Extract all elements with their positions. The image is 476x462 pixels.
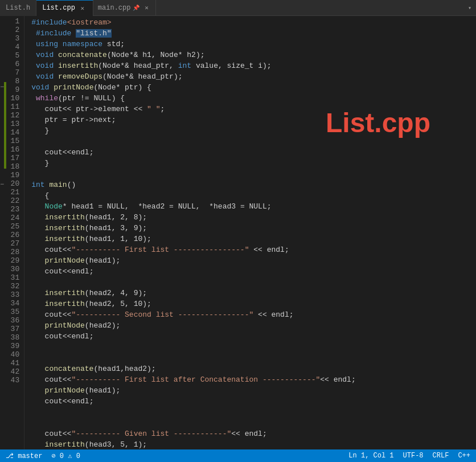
code-line-1[interactable]: #include<iostream>: [31, 17, 476, 28]
tab-main-cpp[interactable]: main.cpp 📌 ✕: [93, 0, 157, 16]
fold-indicator-14: [0, 158, 4, 169]
tab-list-h-label: List.h: [6, 4, 30, 12]
status-bar: ⎇ master ⊘ 0 ⚠ 0 Ln 1, Col 1 UTF-8 CRLF …: [0, 449, 476, 462]
code-line-19[interactable]: insertith(head1, 2, 8);: [31, 212, 476, 223]
line-number-43: 43: [6, 376, 19, 385]
code-line-12[interactable]: [31, 136, 476, 147]
code-line-32[interactable]: [31, 353, 476, 363]
tab-list-cpp[interactable]: List.cpp ✕: [36, 0, 93, 16]
line-number-7: 7: [6, 68, 19, 77]
fold-indicator-38: [0, 418, 4, 428]
fold-indicator-7[interactable]: −: [0, 82, 4, 93]
code-line-18[interactable]: Node* head1 = NULL, *head2 = NULL, *head…: [31, 201, 476, 212]
line-number-17: 17: [6, 154, 19, 162]
line-number-4: 4: [6, 43, 19, 51]
fold-indicator-29: [0, 320, 4, 331]
code-line-14[interactable]: }: [31, 158, 476, 169]
line-ending: CRLF: [433, 452, 449, 460]
code-line-38[interactable]: [31, 418, 476, 428]
fold-indicator-40: [0, 439, 4, 449]
code-line-13[interactable]: cout<<endl;: [31, 147, 476, 158]
code-line-4[interactable]: void concatenate(Node*& h1, Node* h2);: [31, 50, 476, 60]
code-line-25[interactable]: [31, 277, 476, 288]
code-line-10[interactable]: ptr = ptr->next;: [31, 115, 476, 125]
line-number-30: 30: [6, 265, 19, 273]
code-line-2[interactable]: #include "list.h": [31, 28, 476, 39]
code-line-9[interactable]: cout<< ptr->element << " ";: [31, 104, 476, 115]
code-line-27[interactable]: insertith(head2, 5, 10);: [31, 299, 476, 309]
fold-indicator-3: [0, 39, 4, 50]
code-line-28[interactable]: cout<<"---------- Second list ----------…: [31, 309, 476, 320]
fold-indicator-6: [0, 71, 4, 82]
line-number-18: 18: [6, 162, 19, 171]
tab-list-cpp-close[interactable]: ✕: [78, 3, 87, 13]
tab-main-cpp-close[interactable]: ✕: [142, 3, 151, 13]
line-number-31: 31: [6, 273, 19, 282]
line-number-20: 20: [6, 179, 19, 188]
code-line-7[interactable]: void printNode(Node* ptr) {: [31, 82, 476, 93]
fold-indicator-30: [0, 331, 4, 342]
tab-main-cpp-label: main.cpp: [98, 4, 131, 12]
fold-indicator-23: [0, 255, 4, 266]
code-line-8[interactable]: while(ptr != NULL) {: [31, 93, 476, 104]
line-number-13: 13: [6, 120, 19, 128]
code-line-24[interactable]: cout<<endl;: [31, 266, 476, 277]
line-number-15: 15: [6, 137, 19, 145]
fold-indicator-21: [0, 234, 4, 244]
fold-indicator-35: [0, 385, 4, 396]
line-number-19: 19: [6, 171, 19, 179]
fold-indicator-16[interactable]: −: [0, 179, 4, 190]
code-line-30[interactable]: cout<<endl;: [31, 331, 476, 342]
code-line-5[interactable]: void insertith(Node*& head_ptr, int valu…: [31, 60, 476, 71]
fold-indicator-2: [0, 28, 4, 39]
git-branch: ⎇ master: [6, 452, 42, 460]
code-line-36[interactable]: cout<<endl;: [31, 396, 476, 407]
line-number-36: 36: [6, 316, 19, 325]
line-number-16: 16: [6, 145, 19, 154]
code-line-37[interactable]: [31, 407, 476, 418]
code-line-26[interactable]: insertith(head2, 4, 9);: [31, 288, 476, 299]
code-line-3[interactable]: using namespace std;: [31, 39, 476, 50]
fold-indicator-15: [0, 169, 4, 179]
code-line-6[interactable]: void removeDups(Node*& head_ptr);: [31, 71, 476, 82]
code-line-15[interactable]: [31, 169, 476, 179]
line-number-10: 10: [6, 94, 19, 103]
code-line-31[interactable]: [31, 342, 476, 353]
fold-indicator-5: [0, 60, 4, 71]
code-line-23[interactable]: printNode(head1);: [31, 255, 476, 266]
code-line-39[interactable]: cout<<"---------- Given list -----------…: [31, 428, 476, 439]
code-line-33[interactable]: concatenate(head1,head2);: [31, 363, 476, 374]
code-line-21[interactable]: insertith(head1, 1, 10);: [31, 234, 476, 244]
tab-list-h[interactable]: List.h: [0, 0, 36, 16]
tab-dropdown-button[interactable]: ▾: [463, 5, 476, 11]
code-line-17[interactable]: {: [31, 190, 476, 201]
line-number-1: 1: [6, 17, 19, 26]
tab-main-cpp-pin: 📌: [133, 5, 139, 11]
cursor-position: Ln 1, Col 1: [348, 452, 393, 460]
code-line-20[interactable]: insertith(head1, 3, 9);: [31, 223, 476, 234]
code-line-34[interactable]: cout<<"---------- First list after Conca…: [31, 374, 476, 385]
line-number-21: 21: [6, 188, 19, 197]
editor-area: List.cpp −− 1234567891011121314151617181…: [0, 16, 476, 449]
code-content[interactable]: #include<iostream> #include "list.h" usi…: [24, 16, 476, 449]
fold-indicator-4: [0, 50, 4, 60]
fold-indicator-32: [0, 353, 4, 363]
line-number-12: 12: [6, 111, 19, 120]
line-number-3: 3: [6, 34, 19, 43]
code-line-11[interactable]: }: [31, 125, 476, 136]
line-numbers: 1234567891011121314151617181920212223242…: [6, 16, 24, 449]
code-line-29[interactable]: printNode(head2);: [31, 320, 476, 331]
code-line-22[interactable]: cout<<"---------- First list -----------…: [31, 244, 476, 255]
line-number-6: 6: [6, 60, 19, 68]
fold-indicator-31: [0, 342, 4, 353]
fold-indicator-8: [0, 93, 4, 104]
line-number-9: 9: [6, 85, 19, 94]
line-number-11: 11: [6, 103, 19, 111]
code-line-40[interactable]: insertith(head3, 5, 1);: [31, 439, 476, 449]
line-number-34: 34: [6, 299, 19, 308]
line-number-32: 32: [6, 282, 19, 291]
fold-indicator-11: [0, 125, 4, 136]
code-line-35[interactable]: printNode(head1);: [31, 385, 476, 396]
code-line-16[interactable]: int main(): [31, 179, 476, 190]
line-number-37: 37: [6, 325, 19, 333]
